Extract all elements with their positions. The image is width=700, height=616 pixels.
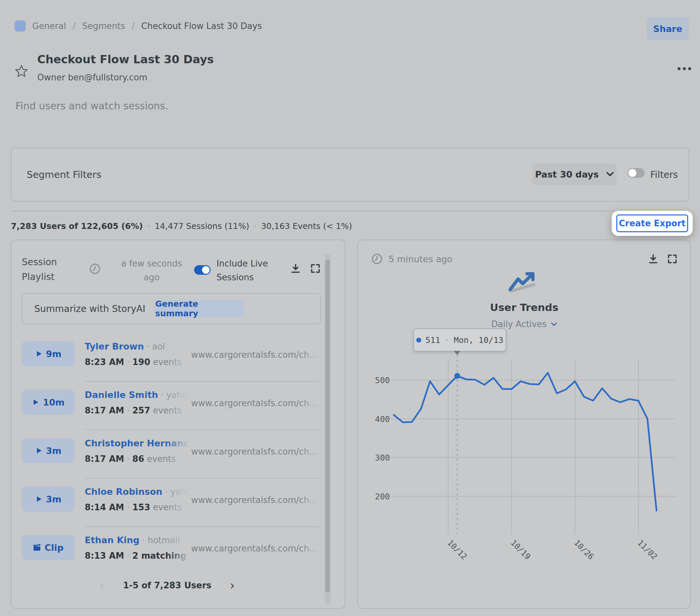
svg-text:10/26: 10/26: [572, 538, 596, 561]
user-name[interactable]: Chloe Robinson: [85, 487, 162, 497]
breadcrumb: General / Segments / Checkout Flow Last …: [14, 21, 262, 31]
filters-toggle-label: Filters: [650, 148, 678, 201]
play-icon: [35, 447, 43, 454]
session-url: www.cargorentalsfs.com/ch...: [191, 447, 323, 457]
pagination-label: 1-5 of 7,283 Users: [123, 580, 211, 590]
event-count: 153: [133, 502, 150, 512]
session-playlist-panel: SessionPlaylist a few secondsago Include…: [11, 240, 346, 609]
date-range-dropdown[interactable]: Past 30 days: [532, 163, 617, 185]
session-meta-line: 8:23 AM · 190 events: [85, 357, 190, 370]
line-chart: 20030040050010/1210/1910/2611/02: [358, 240, 690, 608]
toggle-knob: [202, 266, 210, 274]
user-name[interactable]: Christopher Hernandez: [85, 438, 189, 448]
clip-button[interactable]: Clip: [22, 535, 74, 560]
fullscreen-icon[interactable]: [310, 263, 321, 274]
svg-text:10/19: 10/19: [509, 538, 532, 561]
stat-sessions: 14,477 Sessions (11%): [154, 221, 249, 231]
section-divider: [11, 211, 689, 211]
share-button[interactable]: Share: [647, 17, 689, 40]
playlist-pagination: ‹ 1-5 of 7,283 Users ›: [12, 576, 323, 594]
event-suffix: events: [145, 454, 176, 464]
user-trends-panel: 5 minutes ago User Trends Daily Actives …: [358, 240, 691, 609]
generate-summary-button[interactable]: Generate summary: [155, 300, 243, 317]
breadcrumb-separator: /: [132, 21, 135, 31]
playlist-scrollbar: [325, 254, 330, 604]
svg-text:500: 500: [375, 375, 390, 385]
storyai-banner: Summarize with StoryAI Generate summary: [22, 293, 321, 324]
session-row: ClipEthan King · hotmail8:13 AM · 2 matc…: [12, 526, 323, 575]
provider: · yahoo: [162, 487, 189, 497]
stat-users: 7,283 Users of 122,605 (6%): [11, 221, 143, 231]
fullscreen-icon[interactable]: [667, 253, 678, 265]
event-count: 190: [133, 357, 150, 367]
event-suffix: events: [150, 357, 182, 367]
event-count: 257: [133, 406, 150, 415]
event-suffix: events: [150, 406, 182, 415]
play-session-button[interactable]: 10m: [22, 390, 74, 415]
session-meta-line: 8:13 AM · 2 matching eve: [85, 551, 190, 564]
breadcrumb-segments[interactable]: Segments: [82, 21, 125, 31]
session-user-line: Ethan King · hotmail: [85, 535, 189, 548]
include-live-sessions-label: Include LiveSessions: [216, 257, 268, 284]
page-title: Checkout Flow Last 30 Days: [37, 53, 214, 66]
page-owner: Owner ben@fullstory.com: [37, 73, 147, 82]
session-meta-line: 8:17 AM · 86 events: [85, 454, 190, 467]
session-url: www.cargorentalsfs.com/ch...: [191, 350, 323, 360]
download-icon[interactable]: [648, 253, 659, 265]
playlist-updated-label: a few secondsago: [110, 257, 193, 284]
session-time: 8:14 AM: [85, 502, 124, 512]
event-suffix: events: [150, 502, 182, 512]
breadcrumb-current: Checkout Flow Last 30 Days: [141, 21, 262, 31]
provider: · yahoo: [158, 390, 189, 400]
provider: · aol: [144, 342, 165, 351]
include-live-sessions-toggle[interactable]: [194, 265, 211, 275]
chart-title: User Trends: [358, 301, 690, 313]
filters-toggle[interactable]: [627, 168, 645, 178]
trends-updated-label: 5 minutes ago: [389, 254, 452, 264]
session-row: 9mTyler Brown · aol8:23 AM · 190 eventsw…: [12, 333, 323, 381]
session-meta-line: 8:17 AM · 257 events: [85, 406, 190, 419]
more-options-icon[interactable]: [678, 67, 691, 70]
clip-icon: [33, 543, 41, 552]
playlist-title: SessionPlaylist: [22, 255, 57, 284]
session-time: 8:17 AM: [85, 454, 124, 464]
trend-arrow-icon: [508, 270, 540, 294]
previous-page-icon[interactable]: ‹: [100, 578, 104, 593]
event-count: 86: [133, 454, 145, 464]
next-page-icon[interactable]: ›: [230, 578, 235, 593]
create-export-button[interactable]: Create Export: [616, 215, 688, 232]
session-user-line: Christopher Hernandez: [85, 438, 189, 451]
play-session-button[interactable]: 3m: [22, 438, 74, 463]
metric-dropdown[interactable]: Daily Actives: [358, 319, 690, 329]
chevron-down-icon: [551, 322, 557, 326]
user-name[interactable]: Danielle Smith: [85, 390, 158, 400]
breadcrumb-separator: /: [73, 21, 75, 31]
breadcrumb-general[interactable]: General: [32, 21, 66, 31]
svg-text:11/02: 11/02: [636, 538, 659, 561]
svg-text:400: 400: [375, 414, 390, 424]
tooltip-value: 511: [425, 335, 440, 345]
session-user-line: Tyler Brown · aol: [85, 341, 189, 355]
session-url: www.cargorentalsfs.com/ch...: [191, 398, 323, 408]
metric-label: Daily Actives: [491, 319, 547, 329]
event-suffix: eve: [187, 551, 190, 561]
svg-text:10/12: 10/12: [446, 538, 469, 561]
user-name[interactable]: Ethan King: [85, 535, 139, 545]
favorite-star-icon[interactable]: [15, 65, 28, 78]
app-icon[interactable]: [14, 21, 26, 31]
download-icon[interactable]: [290, 263, 301, 274]
toggle-knob: [628, 169, 636, 177]
segment-filters-title: Segment Filters: [27, 148, 101, 201]
segment-stats: 7,283 Users of 122,605 (6%) · 14,477 Ses…: [11, 221, 352, 231]
play-icon: [35, 350, 43, 358]
user-name[interactable]: Tyler Brown: [85, 341, 144, 351]
scrollbar-thumb[interactable]: [325, 259, 330, 593]
play-session-button[interactable]: 3m: [22, 487, 74, 512]
clock-icon: [372, 253, 383, 265]
session-row: 3mChloe Robinson · yahoo8:14 AM · 153 ev…: [12, 478, 323, 526]
session-list: 9mTyler Brown · aol8:23 AM · 190 eventsw…: [12, 333, 323, 575]
session-meta-line: 8:14 AM · 153 events: [85, 502, 190, 515]
session-url: www.cargorentalsfs.com/ch...: [191, 495, 323, 505]
play-session-button[interactable]: 9m: [22, 341, 74, 366]
create-export-spotlight: Create Export: [612, 211, 693, 236]
